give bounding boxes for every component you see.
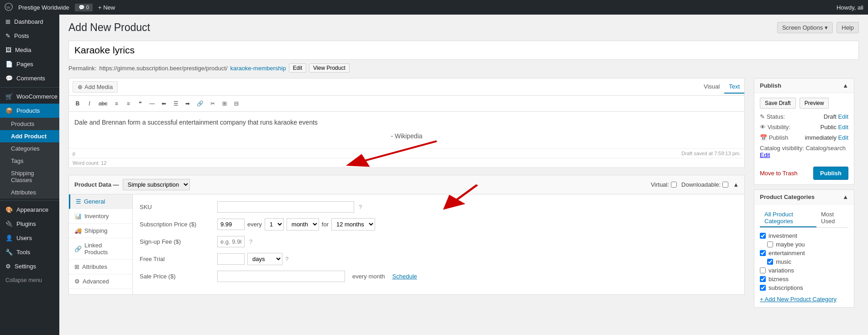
field-row-signup-fee: Sign-up Fee ($) ? [140,236,737,247]
checkbox-variations[interactable] [760,267,766,273]
blockquote-btn[interactable]: ❝ [135,99,145,109]
status-row: ✎ Status: Draft Edit [760,113,848,120]
permalink-slug[interactable]: karaoke-membership [230,65,286,72]
sidebar-item-posts[interactable]: ✎ Posts [0,29,59,43]
move-to-trash-btn[interactable]: Move to Trash [760,170,797,177]
category-maybe-you: maybe you [760,240,848,249]
subscription-price-input[interactable] [217,219,245,230]
comment-bubble[interactable]: 💬 0 [75,4,93,11]
visibility-edit-link[interactable]: Edit [838,124,848,131]
help-btn[interactable]: Help [837,22,859,33]
free-trial-period-select[interactable]: days weeks months [247,253,282,265]
tab-visual[interactable]: Visual [699,80,724,94]
sidebar-item-settings[interactable]: ⚙ Settings [0,259,59,273]
view-product-btn[interactable]: View Product [309,63,349,73]
editor-content[interactable]: Dale and Brennan form a successful enter… [69,112,744,148]
status-edit-link[interactable]: Edit [838,113,848,120]
preview-btn[interactable]: Preview [800,98,829,109]
submenu-item-tags[interactable]: Tags [0,155,59,167]
tab-text[interactable]: Text [724,80,744,94]
hr-btn[interactable]: — [147,99,157,109]
save-draft-btn[interactable]: Save Draft [760,98,796,109]
publish-box-header[interactable]: Publish ▲ [754,79,854,93]
submenu-item-products[interactable]: Products [0,118,59,130]
submenu-item-categories[interactable]: Categories [0,142,59,155]
publish-edit-link[interactable]: Edit [838,134,848,141]
align-center-btn[interactable]: ☰ [171,99,181,109]
sku-input[interactable] [217,201,354,213]
schedule-link[interactable]: Schedule [392,273,417,280]
more-btn[interactable]: ⊟ [231,99,241,109]
nav-item-linked-products[interactable]: 🔗 Linked Products [69,238,132,260]
bold-btn[interactable]: B [73,99,83,109]
sidebar-item-media[interactable]: 🖼 Media [0,43,59,57]
visibility-value: Public Edit [821,124,848,131]
screen-options-btn[interactable]: Screen Options ▾ [777,22,833,33]
sidebar-item-woocommerce[interactable]: 🛒 WooCommerce [0,89,59,104]
appearance-icon: 🎨 [5,206,13,213]
sidebar-item-plugins[interactable]: 🔌 Plugins [0,217,59,231]
sale-price-input[interactable] [217,271,345,282]
unlink-btn[interactable]: ✂ [208,99,218,109]
submenu-label-attributes: Attributes [11,189,36,196]
align-left-btn[interactable]: ⬅ [159,99,169,109]
checkbox-music[interactable] [767,259,773,265]
signup-fee-help-icon: ? [249,238,252,245]
duration-select[interactable]: 12 months 1 month indefinitely [331,218,375,230]
checkbox-maybe-you[interactable] [767,241,773,247]
product-title-input[interactable] [68,41,859,60]
period-number-select[interactable]: 123 [265,218,284,230]
nav-item-general[interactable]: ☰ General [69,194,132,209]
publish-btn[interactable]: Publish [813,167,848,180]
checkbox-entertainment[interactable] [760,250,766,256]
permalink-edit-btn[interactable]: Edit [289,63,307,73]
link-btn[interactable]: 🔗 [194,99,206,109]
sidebar-item-appearance[interactable]: 🎨 Appearance [0,203,59,217]
add-media-btn[interactable]: ⊕ Add Media [73,81,118,93]
submenu-item-add-product[interactable]: Add Product [0,130,59,142]
collapse-product-data-icon[interactable]: ▲ [733,181,739,188]
advanced-icon: ⚙ [74,278,80,285]
add-new-category-link[interactable]: + Add New Product Category [760,296,848,303]
unordered-list-btn[interactable]: ≡ [111,99,121,109]
two-column-layout: ⊕ Add Media Visual Text B [68,78,859,317]
downloadable-checkbox[interactable] [722,182,728,188]
period-unit-select[interactable]: month year week day [287,218,319,230]
submenu-item-attributes[interactable]: Attributes [0,186,59,199]
sidebar-item-users[interactable]: 👤 Users [0,231,59,245]
product-type-select[interactable]: Simple subscription [123,179,190,190]
signup-fee-input[interactable] [217,236,245,247]
checkbox-bizness[interactable] [760,276,766,282]
tools-icon: 🔧 [5,249,13,256]
new-content-btn[interactable]: + New [98,4,115,11]
editor-text: Dale and Brennan form a successful enter… [74,117,739,127]
site-name[interactable]: Prestige Worldwide [18,4,69,11]
sidebar-item-products[interactable]: 📦 Products [0,104,59,118]
permalink-bar: Permalink: https://gimme.subscription.be… [68,63,859,73]
checkbox-subscriptions[interactable] [760,285,766,291]
virtual-checkbox[interactable] [671,182,677,188]
table-btn[interactable]: ⊞ [220,99,230,109]
align-right-btn[interactable]: ➡ [183,99,193,109]
sidebar-item-comments[interactable]: 💬 Comments [0,71,59,85]
sidebar-item-tools[interactable]: 🔧 Tools [0,245,59,259]
catalog-edit-link[interactable]: Edit [760,152,770,158]
nav-item-attributes[interactable]: ⊞ Attributes [69,260,132,274]
submenu-item-shipping-classes[interactable]: Shipping Classes [0,167,59,186]
nav-item-shipping[interactable]: 🚚 Shipping [69,224,132,238]
sidebar-item-dashboard[interactable]: ⊞ Dashboard [0,15,59,29]
product-categories-header[interactable]: Product Categories ▲ [754,190,854,204]
checkbox-investment[interactable] [760,233,766,239]
sidebar-label-woocommerce: WooCommerce [16,93,58,100]
tab-most-used[interactable]: Most Used [816,209,848,227]
italic-btn[interactable]: I [84,99,94,109]
collapse-menu-btn[interactable]: Collapse menu [0,273,59,287]
tab-all-categories[interactable]: All Product Categories [760,209,816,227]
free-trial-input[interactable] [217,253,245,265]
shipping-icon: 🚚 [74,227,82,234]
sidebar-item-pages[interactable]: 📄 Pages [0,57,59,71]
nav-item-inventory[interactable]: 📊 Inventory [69,209,132,224]
ordered-list-btn[interactable]: ≡ [123,99,133,109]
strikethrough-btn[interactable]: abc [96,99,110,109]
nav-item-advanced[interactable]: ⚙ Advanced [69,274,132,289]
